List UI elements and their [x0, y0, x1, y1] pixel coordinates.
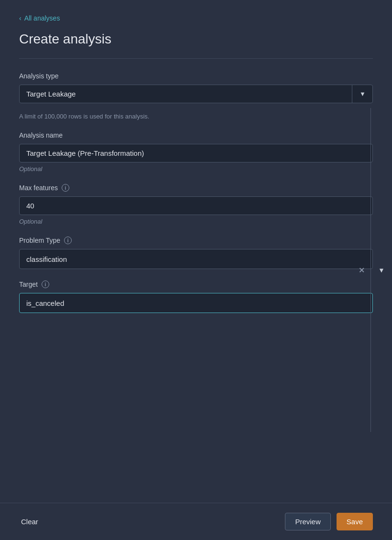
target-section: Target i is_canceled ✕ ▼ [19, 281, 373, 313]
analysis-type-section: Analysis type Target Leakage ▼ [19, 72, 373, 103]
target-label: Target i [19, 281, 373, 288]
analysis-type-label: Analysis type [19, 72, 373, 80]
analysis-type-select[interactable]: Target Leakage [19, 85, 373, 103]
max-features-label: Max features i [19, 184, 373, 192]
target-clear-button[interactable]: ✕ [353, 0, 370, 540]
analysis-type-select-wrapper: Target Leakage ▼ [19, 85, 373, 103]
max-features-optional: Optional [19, 218, 373, 225]
analysis-name-label: Analysis name [19, 131, 373, 139]
page-container: ‹ All analyses Create analysis Analysis … [0, 0, 392, 540]
back-link[interactable]: ‹ All analyses [19, 14, 373, 22]
problem-type-info-icon[interactable]: i [64, 237, 72, 244]
analysis-name-optional: Optional [19, 165, 373, 173]
preview-button[interactable]: Preview [285, 513, 330, 530]
problem-type-value: classification [26, 255, 67, 263]
max-features-section: Max features i Optional [19, 184, 373, 225]
target-select-display[interactable]: is_canceled ✕ ▼ [19, 293, 373, 313]
max-features-info-icon[interactable]: i [62, 184, 69, 192]
analysis-name-section: Analysis name Optional [19, 131, 373, 173]
clear-button[interactable]: Clear [19, 514, 40, 529]
target-value: is_canceled [26, 299, 64, 307]
title-divider [19, 58, 373, 59]
target-dropdown-button[interactable]: ▼ [371, 0, 392, 540]
page-title: Create analysis [19, 32, 373, 47]
footer: Clear Preview Save [0, 503, 392, 540]
target-info-icon[interactable]: i [42, 281, 49, 288]
back-arrow-icon: ‹ [19, 14, 22, 22]
analysis-name-input[interactable] [19, 144, 373, 162]
back-link-label: All analyses [24, 14, 60, 22]
target-actions: ✕ ▼ [353, 0, 392, 540]
problem-type-label: Problem Type i [19, 237, 373, 244]
main-content: ‹ All analyses Create analysis Analysis … [0, 0, 392, 503]
max-features-input[interactable] [19, 196, 373, 215]
problem-type-select-display[interactable]: classification ✕ ▼ [19, 249, 373, 269]
row-limit-info: A limit of 100,000 rows is used for this… [19, 113, 373, 120]
problem-type-section: Problem Type i classification ✕ ▼ [19, 237, 373, 269]
